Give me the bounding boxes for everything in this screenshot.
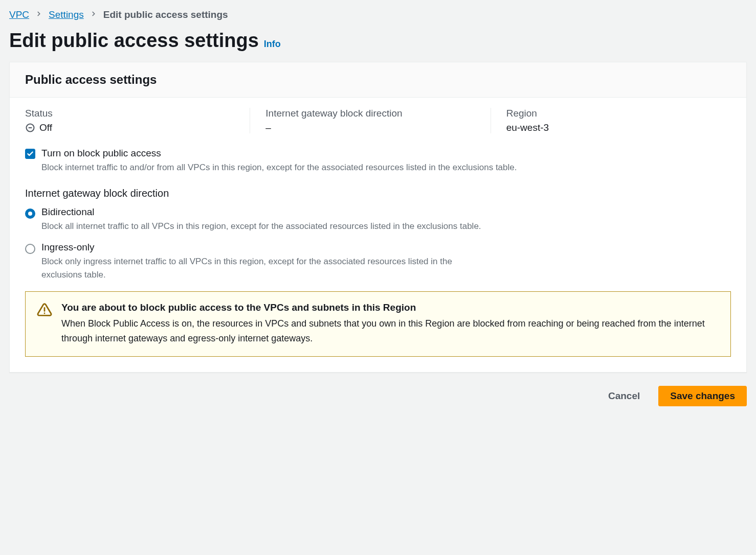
warning-alert: You are about to block public access to … (25, 291, 731, 357)
radio-bidirectional-title: Bidirectional (41, 206, 481, 218)
radio-bidirectional-desc: Block all internet traffic to all VPCs i… (41, 220, 481, 233)
radio-ingress-only[interactable] (25, 244, 35, 254)
status-off-icon (25, 123, 35, 133)
direction-section-label: Internet gateway block direction (25, 188, 731, 199)
page-title: Edit public access settings Info (9, 30, 747, 52)
page-title-text: Edit public access settings (9, 30, 259, 52)
panel-body: Status Off Internet gateway block direct… (10, 98, 746, 372)
radio-bidirectional[interactable] (25, 209, 35, 219)
settings-panel: Public access settings Status Off Intern… (9, 62, 747, 373)
turn-on-bpa-text: Turn on block public access Block intern… (41, 148, 517, 174)
cancel-button[interactable]: Cancel (597, 386, 651, 406)
breadcrumb-settings[interactable]: Settings (49, 9, 84, 20)
radio-ingress-only-text: Ingress-only Block only ingress internet… (41, 242, 492, 281)
turn-on-bpa-desc: Block internet traffic to and/or from al… (41, 161, 517, 174)
turn-on-bpa-checkbox[interactable] (25, 149, 35, 159)
kv-row: Status Off Internet gateway block direct… (25, 108, 731, 133)
warning-icon (37, 302, 52, 317)
turn-on-bpa-checkbox-row: Turn on block public access Block intern… (25, 148, 731, 174)
radio-bidirectional-row: Bidirectional Block all internet traffic… (25, 206, 731, 233)
info-link[interactable]: Info (264, 39, 281, 50)
breadcrumb-current: Edit public access settings (103, 9, 228, 20)
kv-region: Region eu-west-3 (491, 108, 731, 133)
chevron-right-icon (90, 10, 97, 19)
warning-body: When Block Public Access is on, the reso… (61, 316, 719, 346)
kv-status: Status Off (25, 108, 250, 133)
kv-status-value-text: Off (39, 122, 52, 133)
kv-region-value: eu-west-3 (506, 122, 716, 133)
kv-igw-direction-value: – (265, 122, 475, 133)
breadcrumb-vpc[interactable]: VPC (9, 9, 29, 20)
kv-igw-direction-label: Internet gateway block direction (265, 108, 475, 119)
kv-status-label: Status (25, 108, 234, 119)
save-changes-button[interactable]: Save changes (658, 386, 747, 406)
kv-region-label: Region (506, 108, 716, 119)
radio-ingress-only-title: Ingress-only (41, 242, 492, 253)
radio-bidirectional-text: Bidirectional Block all internet traffic… (41, 206, 481, 233)
warning-title: You are about to block public access to … (61, 302, 719, 313)
chevron-right-icon (35, 10, 42, 19)
panel-header-title: Public access settings (25, 73, 731, 87)
kv-status-value: Off (25, 122, 234, 133)
turn-on-bpa-title: Turn on block public access (41, 148, 517, 159)
action-buttons: Cancel Save changes (9, 386, 747, 406)
panel-header: Public access settings (10, 62, 746, 98)
breadcrumb: VPC Settings Edit public access settings (9, 9, 747, 20)
warning-content: You are about to block public access to … (61, 302, 719, 346)
kv-igw-direction: Internet gateway block direction – (250, 108, 490, 133)
radio-ingress-only-row: Ingress-only Block only ingress internet… (25, 242, 731, 281)
radio-ingress-only-desc: Block only ingress internet traffic to a… (41, 255, 492, 281)
